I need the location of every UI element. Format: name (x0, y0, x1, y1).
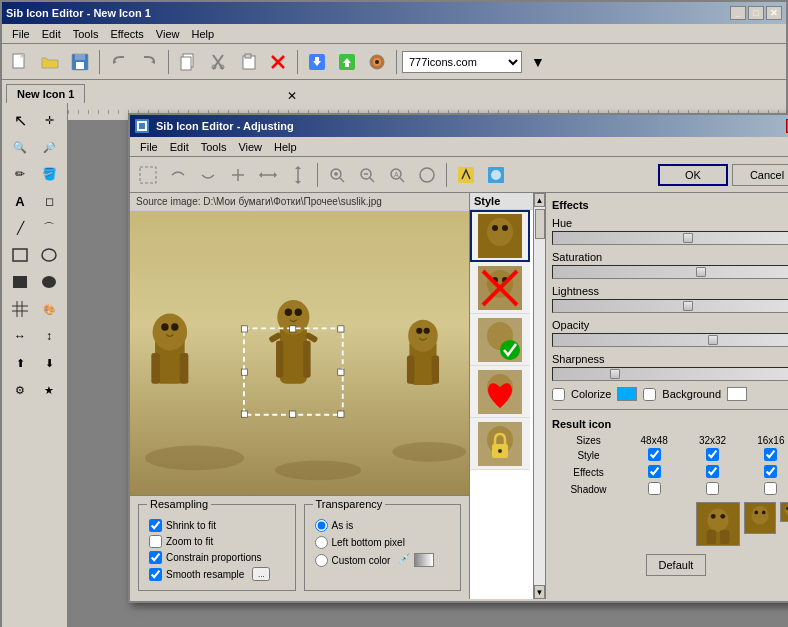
ellipse-fill-tool[interactable] (35, 269, 63, 295)
menu-help[interactable]: Help (185, 26, 220, 42)
dlg-zoom-in[interactable] (323, 161, 351, 189)
dlg-color2[interactable] (482, 161, 510, 189)
zoom-in-tool[interactable]: 🔍 (6, 134, 34, 160)
lightness-slider[interactable] (552, 299, 788, 313)
curve-tool[interactable]: ⌒ (35, 215, 63, 241)
flip-h-tool[interactable]: ↔ (6, 323, 34, 349)
hue-thumb[interactable] (683, 233, 693, 243)
rect-tool[interactable] (6, 242, 34, 268)
style-scrollbar[interactable]: ▲ ▼ (533, 193, 545, 599)
undo-button[interactable] (105, 48, 133, 76)
style-48-checkbox[interactable] (648, 448, 661, 461)
cut-button[interactable] (204, 48, 232, 76)
background-color-swatch[interactable] (727, 387, 747, 401)
go-button[interactable]: ▼ (524, 48, 552, 76)
lightness-thumb[interactable] (683, 301, 693, 311)
effects-16-checkbox[interactable] (764, 465, 777, 478)
left-bottom-radio[interactable] (315, 536, 328, 549)
eyedropper-icon[interactable]: 💉 (398, 553, 412, 567)
import-tool[interactable]: ⬆ (6, 350, 34, 376)
smooth-options-btn[interactable]: ... (252, 567, 270, 581)
import-button[interactable] (303, 48, 331, 76)
shadow-32-checkbox[interactable] (706, 482, 719, 495)
ok-button[interactable]: OK (658, 164, 728, 186)
shadow-48-checkbox[interactable] (648, 482, 661, 495)
eraser-tool[interactable]: ◻ (35, 188, 63, 214)
tab-area-close[interactable]: ✕ (287, 89, 297, 103)
dlg-tb-btn6[interactable] (284, 161, 312, 189)
shrink-fit-checkbox[interactable] (149, 519, 162, 532)
cancel-button[interactable]: Cancel (732, 164, 788, 186)
dlg-color1[interactable] (452, 161, 480, 189)
pencil-tool[interactable]: ✏ (6, 161, 34, 187)
scroll-up-btn[interactable]: ▲ (534, 193, 545, 207)
ellipse-tool[interactable] (35, 242, 63, 268)
scroll-track[interactable] (534, 207, 545, 585)
default-button[interactable]: Default (646, 554, 706, 576)
opacity-thumb[interactable] (708, 335, 718, 345)
dlg-tb-btn2[interactable] (164, 161, 192, 189)
menu-tools[interactable]: Tools (67, 26, 105, 42)
style-item-4[interactable] (470, 366, 530, 418)
effects-48-checkbox[interactable] (648, 465, 661, 478)
minimize-button[interactable]: _ (730, 6, 746, 20)
zoom-out-tool[interactable]: 🔎 (35, 134, 63, 160)
new-button[interactable] (6, 48, 34, 76)
hue-slider[interactable] (552, 231, 788, 245)
dlg-tb-btn3[interactable] (194, 161, 222, 189)
close-button[interactable]: ✕ (766, 6, 782, 20)
colorize-color-swatch[interactable] (617, 387, 637, 401)
shadow-16-checkbox[interactable] (764, 482, 777, 495)
style-16-checkbox[interactable] (764, 448, 777, 461)
tab-new-icon-1[interactable]: New Icon 1 (6, 84, 85, 103)
scroll-down-btn[interactable]: ▼ (534, 585, 545, 599)
move-tool[interactable]: ✛ (35, 107, 63, 133)
export-tool-left[interactable]: ⬇ (35, 350, 63, 376)
style-item-3[interactable] (470, 314, 530, 366)
saturation-slider[interactable] (552, 265, 788, 279)
website-combo[interactable]: 777icons.com (402, 51, 522, 73)
style-item-1[interactable] (470, 210, 530, 262)
scroll-thumb[interactable] (535, 209, 545, 239)
menu-file[interactable]: File (6, 26, 36, 42)
as-is-radio[interactable] (315, 519, 328, 532)
sharpness-slider[interactable] (552, 367, 788, 381)
menu-edit[interactable]: Edit (36, 26, 67, 42)
dlg-tb-btn1[interactable] (134, 161, 162, 189)
dlg-actual[interactable]: A (383, 161, 411, 189)
menu-effects[interactable]: Effects (104, 26, 149, 42)
dlg-btn-unknown[interactable] (413, 161, 441, 189)
sharpness-thumb[interactable] (610, 369, 620, 379)
flip-v-tool[interactable]: ↕ (35, 323, 63, 349)
fill-tool[interactable]: 🪣 (35, 161, 63, 187)
dialog-menu-view[interactable]: View (232, 139, 268, 155)
delete-button[interactable] (264, 48, 292, 76)
export-button[interactable] (333, 48, 361, 76)
rect-fill-tool[interactable] (6, 269, 34, 295)
dialog-menu-help[interactable]: Help (268, 139, 303, 155)
smooth-checkbox[interactable] (149, 568, 162, 581)
effects-32-checkbox[interactable] (706, 465, 719, 478)
redo-button[interactable] (135, 48, 163, 76)
copy-button[interactable] (174, 48, 202, 76)
style-item-5[interactable] (470, 418, 530, 470)
color-strip[interactable] (414, 553, 434, 567)
colorize-checkbox[interactable] (552, 388, 565, 401)
dlg-zoom-out[interactable] (353, 161, 381, 189)
opacity-slider[interactable] (552, 333, 788, 347)
dlg-tb-btn5[interactable] (254, 161, 282, 189)
line-tool[interactable]: ╱ (6, 215, 34, 241)
color-tool[interactable]: 🎨 (35, 296, 63, 322)
preview-button[interactable] (363, 48, 391, 76)
maximize-button[interactable]: □ (748, 6, 764, 20)
dialog-menu-file[interactable]: File (134, 139, 164, 155)
custom-color-radio[interactable] (315, 554, 328, 567)
saturation-thumb[interactable] (696, 267, 706, 277)
dialog-menu-tools[interactable]: Tools (195, 139, 233, 155)
constrain-checkbox[interactable] (149, 551, 162, 564)
paste-button[interactable] (234, 48, 262, 76)
menu-view[interactable]: View (150, 26, 186, 42)
zoom-fit-checkbox[interactable] (149, 535, 162, 548)
background-checkbox[interactable] (643, 388, 656, 401)
text-tool[interactable]: A (6, 188, 34, 214)
